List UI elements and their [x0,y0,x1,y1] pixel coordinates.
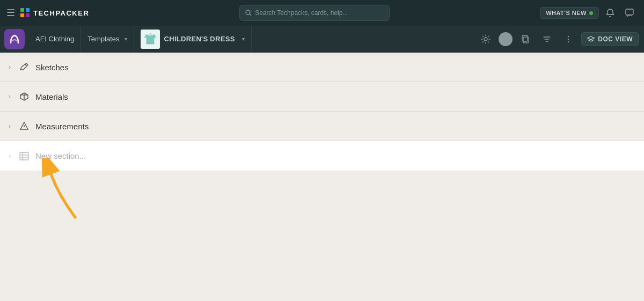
svg-point-3 [149,34,151,36]
whats-new-label: WHAT'S NEW [546,10,587,16]
measurements-label: Measurements [35,122,89,131]
templates-dropdown-icon: ▾ [125,36,127,42]
secondary-toolbar: AEI Clothing Templates ▾ CHILDREN'S DRES… [0,26,644,53]
user-avatar[interactable] [499,32,513,46]
search-bar[interactable]: Search Techpacks, cards, help... [239,5,390,21]
top-navbar: ☰ TECHPACKER Search Techpacks, cards, he… [0,0,644,26]
product-thumbnail [141,30,160,49]
settings-button[interactable] [477,31,494,48]
company-section[interactable]: AEI Clothing [29,26,81,52]
product-image [142,31,158,47]
more-options-button[interactable] [560,31,577,48]
message-icon [625,8,634,18]
whats-new-button[interactable]: WHAT'S NEW [540,7,599,19]
materials-box-icon [18,91,30,102]
measurements-chevron-icon: › [9,122,11,130]
notification-button[interactable] [602,5,618,21]
logo-dots [20,8,30,18]
sketches-section-row[interactable]: › Sketches [0,53,644,82]
doc-view-button[interactable]: DOC VIEW [581,32,639,46]
filter-button[interactable] [538,31,555,48]
hamburger-menu-icon[interactable]: ☰ [6,7,15,19]
sketches-pencil-icon [18,61,30,73]
templates-label: Templates [87,35,119,43]
logo-dot-bl [20,13,24,17]
svg-point-0 [246,10,250,14]
svg-point-11 [568,38,569,40]
logo: TECHPACKER [20,8,89,18]
measurements-section-row[interactable]: › Measurements [0,112,644,141]
whats-new-dot [589,11,593,15]
measurements-chart-icon [18,120,30,132]
svg-rect-15 [20,152,28,160]
filter-icon [542,34,552,44]
new-section-table-icon [18,150,30,162]
svg-point-10 [568,35,569,37]
product-name: CHILDREN'S DRESS [164,35,235,43]
sketches-chevron-icon: › [9,63,11,71]
new-section-row[interactable]: › New section... [0,141,644,171]
toolbar-actions: DOC VIEW [477,31,644,48]
help-button[interactable] [621,5,638,21]
logo-dot-tl [20,8,24,12]
more-dots-icon [564,34,573,44]
svg-rect-2 [626,9,633,15]
bell-icon [605,8,615,18]
svg-line-1 [250,14,251,16]
svg-point-4 [484,38,487,41]
settings-icon [481,34,491,44]
logo-text: TECHPACKER [33,9,89,17]
new-section-placeholder: New section... [35,151,86,160]
product-section[interactable]: CHILDREN'S DRESS ▾ [134,26,252,52]
new-section-chevron-icon: › [9,152,11,160]
search-icon [245,10,252,16]
logo-dot-br [26,13,30,17]
logo-dot-tr [26,8,30,12]
doc-view-label: DOC VIEW [598,35,633,43]
copy-icon [521,34,530,44]
layers-icon [587,35,595,43]
copy-button[interactable] [517,31,534,48]
main-content: › Sketches › Materials › [0,53,644,301]
materials-section-row[interactable]: › Materials [0,82,644,112]
brand-icon [4,29,25,49]
brand-logo-svg [9,33,20,45]
templates-section[interactable]: Templates ▾ [81,26,134,52]
materials-label: Materials [35,92,68,101]
sketches-label: Sketches [35,63,69,72]
product-dropdown-icon: ▾ [242,36,245,42]
search-placeholder-text: Search Techpacks, cards, help... [255,9,348,17]
materials-chevron-icon: › [9,93,11,100]
company-name: AEI Clothing [35,35,74,43]
svg-point-12 [568,41,569,42]
